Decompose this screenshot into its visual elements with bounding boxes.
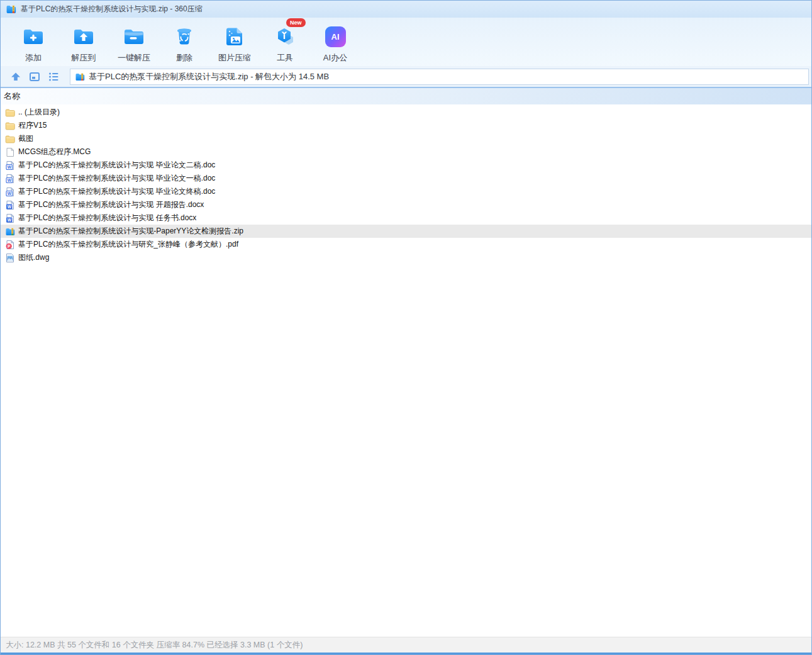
main-toolbar: 添加 解压到 一键解压: [1, 18, 811, 66]
pdf-file-icon: P: [5, 240, 15, 250]
view-mode-icon[interactable]: [27, 70, 42, 84]
svg-text:W: W: [8, 218, 12, 222]
one-click-extract-button-label: 一键解压: [118, 52, 150, 64]
file-name: 截图: [18, 133, 33, 144]
list-item-dwg[interactable]: 图纸.dwg: [1, 251, 811, 264]
word-docx-icon: W: [5, 213, 15, 223]
column-header-name[interactable]: 名称: [1, 88, 811, 104]
list-item-folder[interactable]: 程序V15: [1, 119, 811, 132]
extract-to-button[interactable]: 解压到: [58, 24, 109, 64]
delete-button[interactable]: 删除: [159, 24, 209, 64]
list-item-file[interactable]: MCGS组态程序.MCG: [1, 145, 811, 159]
list-view-icon[interactable]: [46, 70, 61, 84]
extract-to-button-label: 解压到: [72, 52, 96, 64]
address-bar[interactable]: 基于PLC的热泵干燥控制系统设计与实现.zip - 解包大小为 14.5 MB: [70, 69, 809, 85]
archive-zip-icon: [75, 72, 85, 82]
file-name: 基于PLC的热泵干燥控制系统设计与实现 开题报告.docx: [18, 199, 204, 210]
folder-icon: [5, 121, 15, 131]
ai-icon-text: AI: [325, 26, 346, 47]
list-item-doc[interactable]: W 基于PLC的热泵干燥控制系统设计与实现 毕业论文终稿.doc: [1, 185, 811, 198]
list-item-zip-selected[interactable]: 基于PLC的热泵干燥控制系统设计与实现-PaperYY论文检测报告.zip: [1, 225, 811, 238]
folder-icon: [5, 134, 15, 144]
one-click-extract-icon: [123, 24, 145, 49]
app-window: 基于PLC的热泵干燥控制系统设计与实现.zip - 360压缩 添加 解压到: [0, 0, 812, 655]
file-name: 基于PLC的热泵干燥控制系统设计与研究_张静峰（参考文献）.pdf: [18, 239, 238, 250]
image-compress-button-label: 图片压缩: [218, 52, 251, 64]
file-name: 基于PLC的热泵干燥控制系统设计与实现 毕业论文二稿.doc: [18, 160, 215, 171]
svg-text:W: W: [8, 165, 12, 169]
file-name: 基于PLC的热泵干燥控制系统设计与实现 毕业论文一稿.doc: [18, 173, 215, 184]
new-badge: New: [286, 18, 306, 27]
ai-office-button[interactable]: AI AI办公: [310, 24, 360, 64]
list-item-pdf[interactable]: P 基于PLC的热泵干燥控制系统设计与研究_张静峰（参考文献）.pdf: [1, 238, 811, 251]
one-click-extract-button[interactable]: 一键解压: [109, 24, 159, 64]
svg-text:W: W: [8, 191, 12, 196]
word-doc-icon: W: [5, 160, 15, 171]
list-item-parent-dir[interactable]: .. (上级目录): [1, 106, 811, 119]
window-title: 基于PLC的热泵干燥控制系统设计与实现.zip - 360压缩: [21, 4, 203, 14]
archive-zip-icon: [5, 227, 15, 237]
ai-office-icon: AI: [325, 24, 346, 49]
svg-text:W: W: [8, 204, 12, 209]
add-button-label: 添加: [25, 52, 42, 64]
file-name: MCGS组态程序.MCG: [18, 147, 91, 157]
file-name: 基于PLC的热泵干燥控制系统设计与实现 毕业论文终稿.doc: [18, 186, 215, 197]
extract-to-folder-icon: [72, 24, 95, 49]
image-compress-icon: [224, 24, 245, 49]
tools-button[interactable]: New 工具: [260, 24, 310, 64]
file-name: 基于PLC的热泵干燥控制系统设计与实现-PaperYY论文检测报告.zip: [18, 226, 243, 237]
add-folder-icon: [22, 24, 45, 49]
column-header-label: 名称: [4, 91, 20, 102]
file-name: 程序V15: [18, 120, 47, 131]
window-bottom-edge: [1, 652, 811, 654]
tools-icon: New: [274, 24, 296, 49]
list-item-docx[interactable]: W 基于PLC的热泵干燥控制系统设计与实现 任务书.docx: [1, 211, 811, 225]
file-name: 基于PLC的热泵干燥控制系统设计与实现 任务书.docx: [18, 213, 196, 223]
delete-trash-icon: [174, 24, 195, 49]
file-name: 图纸.dwg: [18, 252, 49, 263]
folder-icon: [5, 108, 15, 118]
list-item-docx[interactable]: W 基于PLC的热泵干燥控制系统设计与实现 开题报告.docx: [1, 198, 811, 211]
svg-text:P: P: [8, 244, 11, 248]
list-item-folder[interactable]: 截图: [1, 132, 811, 145]
delete-button-label: 删除: [176, 52, 192, 64]
word-docx-icon: W: [5, 200, 15, 210]
status-text: 大小: 12.2 MB 共 55 个文件和 16 个文件夹 压缩率 84.7% …: [6, 640, 303, 651]
navigation-bar: 基于PLC的热泵干燥控制系统设计与实现.zip - 解包大小为 14.5 MB: [1, 66, 811, 88]
status-bar: 大小: 12.2 MB 共 55 个文件和 16 个文件夹 压缩率 84.7% …: [1, 637, 811, 652]
file-list: .. (上级目录) 程序V15 截图 MCGS组态程序.MCG W 基于PLC的…: [1, 104, 811, 637]
add-button[interactable]: 添加: [8, 24, 58, 64]
tools-button-label: 工具: [277, 52, 293, 64]
up-icon[interactable]: [8, 70, 23, 84]
word-doc-icon: W: [5, 187, 15, 197]
word-doc-icon: W: [5, 174, 15, 184]
generic-file-icon: [5, 147, 15, 157]
archive-zip-icon: [6, 4, 16, 14]
list-item-doc[interactable]: W 基于PLC的热泵干燥控制系统设计与实现 毕业论文一稿.doc: [1, 172, 811, 185]
address-text: 基于PLC的热泵干燥控制系统设计与实现.zip - 解包大小为 14.5 MB: [89, 71, 329, 82]
ai-office-button-label: AI办公: [323, 52, 347, 64]
file-name: .. (上级目录): [18, 107, 60, 118]
dwg-file-icon: [5, 253, 15, 263]
image-compress-button[interactable]: 图片压缩: [209, 24, 260, 64]
svg-text:W: W: [8, 178, 12, 182]
title-bar[interactable]: 基于PLC的热泵干燥控制系统设计与实现.zip - 360压缩: [1, 1, 811, 18]
list-item-doc[interactable]: W 基于PLC的热泵干燥控制系统设计与实现 毕业论文二稿.doc: [1, 159, 811, 172]
